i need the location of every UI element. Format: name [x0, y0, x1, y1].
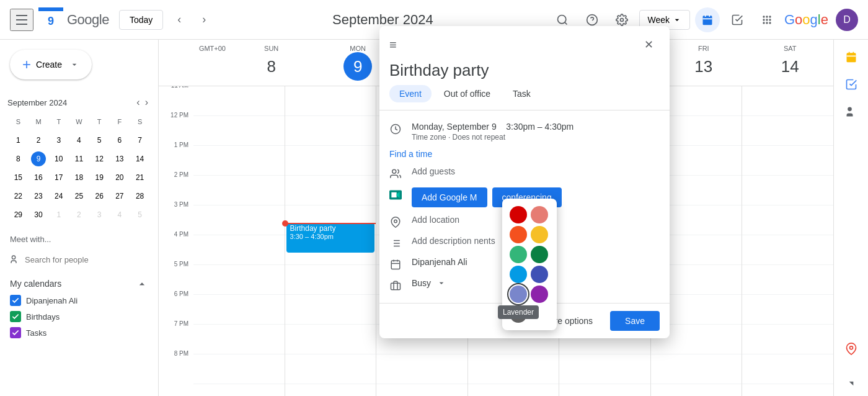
- color-graphite[interactable]: [510, 305, 527, 323]
- apps-button[interactable]: [755, 7, 779, 32]
- status-select[interactable]: Busy Free: [412, 278, 432, 288]
- mini-cal-cell[interactable]: 18: [69, 169, 89, 186]
- menu-button[interactable]: [10, 9, 33, 31]
- mini-cal-cell[interactable]: 19: [90, 169, 109, 186]
- grid-column[interactable]: Birthday party 3:30 – 4:30pm: [285, 86, 377, 396]
- color-tomato[interactable]: [510, 206, 527, 223]
- day-number[interactable]: 9: [343, 52, 372, 81]
- calendar-item[interactable]: Birthdays: [10, 308, 148, 325]
- create-button[interactable]: + Create: [10, 50, 92, 79]
- expand-icon[interactable]: [839, 371, 864, 396]
- hour-line: [376, 354, 467, 384]
- calendar-item[interactable]: Tasks: [10, 325, 148, 341]
- hour-line: [285, 116, 376, 146]
- mini-cal-cell[interactable]: 7: [130, 132, 149, 149]
- right-people-icon[interactable]: [839, 99, 864, 124]
- mini-cal-cell[interactable]: 3: [49, 132, 68, 149]
- birthday-party-event[interactable]: Birthday party 3:30 – 4:30pm: [286, 223, 375, 253]
- mini-cal-cell[interactable]: 11: [69, 150, 89, 168]
- hour-line: [651, 354, 742, 384]
- tab-out-of-office[interactable]: Out of office: [434, 85, 500, 102]
- mini-cal-cell[interactable]: 30: [29, 206, 48, 223]
- right-maps-icon[interactable]: [839, 336, 864, 361]
- color-banana[interactable]: [531, 226, 548, 243]
- cal-name: Dipanjenah Ali: [26, 296, 78, 305]
- mini-cal-cell[interactable]: 6: [110, 132, 130, 149]
- prev-period-button[interactable]: ‹: [168, 9, 190, 31]
- event-time: 3:30 – 4:30pm: [290, 233, 371, 240]
- mini-cal-next[interactable]: ›: [143, 94, 151, 110]
- color-grape[interactable]: [531, 286, 548, 303]
- day-number[interactable]: 14: [776, 52, 804, 81]
- mini-cal-cell[interactable]: 3: [90, 206, 109, 223]
- dialog-header: ≡ ✕: [379, 26, 670, 58]
- right-tasks-icon[interactable]: [839, 72, 864, 97]
- calendar-grid-icon[interactable]: [695, 7, 720, 32]
- color-flamingo[interactable]: [531, 206, 548, 223]
- color-lavender[interactable]: Lavender: [510, 286, 527, 303]
- mini-cal-cell[interactable]: 28: [130, 187, 149, 205]
- tasks-icon[interactable]: [725, 7, 750, 32]
- mini-cal-cell[interactable]: 21: [130, 169, 149, 186]
- mini-cal-cell[interactable]: 4: [69, 132, 89, 149]
- mini-cal-dow: W: [69, 117, 89, 127]
- search-people-input[interactable]: [25, 255, 148, 264]
- mini-cal-cell[interactable]: 26: [90, 187, 109, 205]
- mini-cal-cell[interactable]: 22: [9, 187, 28, 205]
- mini-cal-cell[interactable]: 5: [130, 206, 149, 223]
- mini-cal-cell[interactable]: 1: [49, 206, 68, 223]
- today-button[interactable]: Today: [119, 10, 163, 30]
- user-avatar[interactable]: D: [836, 9, 858, 31]
- current-time-indicator: [285, 220, 376, 227]
- day-number[interactable]: 8: [257, 52, 286, 81]
- dialog-tabs: Event Out of office Task: [379, 85, 670, 110]
- calendar-item[interactable]: Dipanjenah Ali: [10, 292, 148, 308]
- mini-cal-cell[interactable]: 5: [90, 132, 109, 149]
- mini-cal-prev[interactable]: ‹: [134, 94, 142, 110]
- grid-column[interactable]: [193, 86, 285, 396]
- add-guests-content[interactable]: Add guests: [412, 166, 660, 176]
- color-basil[interactable]: [531, 246, 548, 263]
- color-tangerine[interactable]: [510, 226, 527, 243]
- mini-cal-cell[interactable]: 29: [9, 206, 28, 223]
- mini-cal-cell[interactable]: 25: [69, 187, 89, 205]
- right-calendar-icon[interactable]: [839, 45, 864, 70]
- tab-event[interactable]: Event: [389, 85, 432, 102]
- mini-cal-cell[interactable]: 15: [9, 169, 28, 186]
- save-button[interactable]: Save: [610, 311, 660, 331]
- hour-line: [742, 205, 833, 235]
- dialog-close-button[interactable]: ✕: [637, 34, 660, 56]
- color-blueberry[interactable]: [531, 266, 548, 283]
- mini-cal-cell[interactable]: 23: [29, 187, 48, 205]
- next-period-button[interactable]: ›: [193, 9, 215, 31]
- mini-cal-cell[interactable]: 17: [49, 169, 68, 186]
- add-google-meet-button[interactable]: Add Google M: [412, 187, 487, 207]
- right-sidebar: [833, 40, 868, 396]
- mini-cal-cell[interactable]: 24: [49, 187, 68, 205]
- add-guests-text: Add guests: [412, 166, 455, 176]
- color-sage[interactable]: [510, 246, 527, 263]
- color-peacock[interactable]: [510, 266, 527, 283]
- mini-cal-cell[interactable]: 20: [110, 169, 130, 186]
- mini-cal-cell[interactable]: 12: [90, 150, 109, 168]
- mini-cal-cell[interactable]: 27: [110, 187, 130, 205]
- meet-icon: [389, 189, 402, 201]
- mini-cal-cell[interactable]: 2: [69, 206, 89, 223]
- app-logo: 9 Google: [38, 7, 109, 32]
- mini-cal-cell: [110, 128, 130, 130]
- mini-cal-cell[interactable]: 4: [110, 206, 130, 223]
- mini-cal-cell[interactable]: 13: [110, 150, 130, 168]
- mini-cal-cell: [130, 128, 149, 130]
- mini-cal-cell[interactable]: 8: [9, 150, 28, 168]
- mini-cal-cell[interactable]: 2: [29, 132, 48, 149]
- mini-cal-cell[interactable]: 16: [29, 169, 48, 186]
- mini-cal-cell[interactable]: 10: [49, 150, 68, 168]
- my-calendars-header[interactable]: My calendars: [10, 275, 148, 292]
- tab-task[interactable]: Task: [503, 85, 541, 102]
- mini-cal-cell[interactable]: 14: [130, 150, 149, 168]
- find-time-link[interactable]: Find a time: [379, 145, 670, 163]
- day-number[interactable]: 13: [689, 52, 718, 81]
- mini-cal-cell[interactable]: 1: [9, 132, 28, 149]
- mini-cal-cell[interactable]: 9: [29, 150, 48, 168]
- grid-column[interactable]: [742, 86, 833, 396]
